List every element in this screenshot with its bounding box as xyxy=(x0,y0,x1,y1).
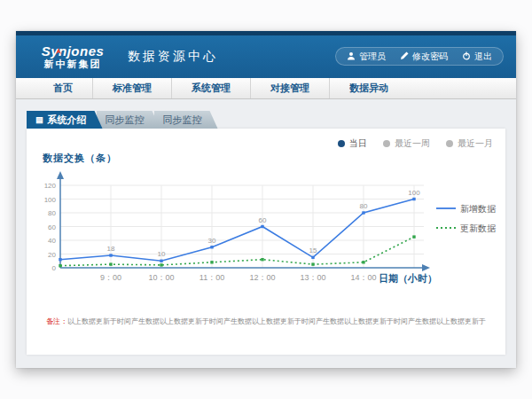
svg-text:14：00: 14：00 xyxy=(350,273,376,282)
y-axis-title: 数据交换（条） xyxy=(43,152,117,165)
radio-dot xyxy=(383,140,390,147)
svg-text:100: 100 xyxy=(408,189,420,197)
svg-text:60: 60 xyxy=(259,216,267,224)
logo-spark-icon xyxy=(55,43,62,59)
tab-bar: ▤系统介绍同步监控同步监控 xyxy=(27,111,212,129)
tab-0[interactable]: ▤系统介绍 xyxy=(27,111,103,129)
time-range-option-2[interactable]: 最近一月 xyxy=(446,137,493,150)
radio-label: 当日 xyxy=(349,137,367,150)
user-action-2[interactable]: 退出 xyxy=(462,51,492,63)
person-icon xyxy=(347,51,356,62)
svg-text:10：00: 10：00 xyxy=(148,273,174,282)
page-title: 数据资源中心 xyxy=(128,49,218,65)
nav-item-1[interactable]: 标准管理 xyxy=(92,78,171,98)
tab-1[interactable]: 同步监控 xyxy=(97,111,160,129)
user-action-1[interactable]: 修改密码 xyxy=(400,51,448,63)
app-window: Synjones 新中新集团 数据资源中心 管理员修改密码退出 首页标准管理系统… xyxy=(16,31,516,368)
tab-label: 同步监控 xyxy=(106,113,145,127)
radio-label: 最近一月 xyxy=(458,137,493,150)
nav-item-4[interactable]: 数据异动 xyxy=(329,78,408,98)
screen: Synjones 新中新集团 数据资源中心 管理员修改密码退出 首页标准管理系统… xyxy=(0,0,532,399)
user-action-label: 修改密码 xyxy=(412,51,448,63)
time-range-option-1[interactable]: 最近一周 xyxy=(383,137,430,150)
radio-label: 最近一周 xyxy=(395,137,430,150)
svg-text:15: 15 xyxy=(309,246,317,254)
edit-icon xyxy=(400,51,409,62)
radio-dot xyxy=(446,140,453,147)
main-nav: 首页标准管理系统管理对接管理数据异动 xyxy=(16,78,516,99)
logo-chinese-name: 新中新集团 xyxy=(30,59,115,70)
nav-item-3[interactable]: 对接管理 xyxy=(250,78,329,98)
svg-text:9：00: 9：00 xyxy=(100,273,121,282)
power-icon xyxy=(462,51,471,62)
chart-panel: 当日最近一周最近一月 数据交换（条） 020406080100120181030… xyxy=(27,129,505,355)
document-icon: ▤ xyxy=(35,116,43,124)
time-range-option-0[interactable]: 当日 xyxy=(338,137,367,150)
svg-text:新增数据: 新增数据 xyxy=(460,204,497,214)
svg-text:更新数据: 更新数据 xyxy=(460,223,497,233)
svg-text:40: 40 xyxy=(48,237,56,245)
radio-dot xyxy=(338,140,345,147)
tab-2[interactable]: 同步监控 xyxy=(154,111,218,129)
tab-label: 系统介绍 xyxy=(48,113,87,127)
footer-note: 备注：以上数据更新于时间产生数据以上数据更新于时间产生数据以上数据更新于时间产生… xyxy=(27,317,505,326)
svg-text:10: 10 xyxy=(158,250,166,258)
svg-text:日期（小时）: 日期（小时） xyxy=(379,273,437,285)
svg-text:12：00: 12：00 xyxy=(249,273,275,282)
nav-item-2[interactable]: 系统管理 xyxy=(171,78,250,98)
user-action-label: 管理员 xyxy=(359,51,386,63)
time-range-filter: 当日最近一周最近一月 xyxy=(338,137,493,150)
user-action-0[interactable]: 管理员 xyxy=(347,51,386,63)
user-toolbar: 管理员修改密码退出 xyxy=(335,47,504,66)
svg-text:20: 20 xyxy=(48,251,56,259)
nav-item-0[interactable]: 首页 xyxy=(34,78,92,98)
footer-note-text: 以上数据更新于时间产生数据以上数据更新于时间产生数据以上数据更新于时间产生数据以… xyxy=(67,317,486,325)
svg-text:30: 30 xyxy=(208,237,216,245)
svg-text:11：00: 11：00 xyxy=(200,273,224,282)
svg-text:18: 18 xyxy=(107,245,115,253)
svg-text:80: 80 xyxy=(48,209,56,217)
line-chart: 0204060801001201810306015801009：0010：001… xyxy=(27,168,505,301)
svg-text:100: 100 xyxy=(44,196,57,204)
svg-text:13：00: 13：00 xyxy=(300,273,325,282)
svg-text:0: 0 xyxy=(52,264,57,272)
svg-text:120: 120 xyxy=(44,182,57,190)
app-header: Synjones 新中新集团 数据资源中心 管理员修改密码退出 xyxy=(16,35,516,78)
tab-label: 同步监控 xyxy=(163,113,202,127)
user-action-label: 退出 xyxy=(474,51,492,63)
svg-text:80: 80 xyxy=(360,202,368,210)
company-logo[interactable]: Synjones 新中新集团 xyxy=(30,43,115,70)
footer-note-prefix: 备注： xyxy=(46,317,67,325)
svg-text:60: 60 xyxy=(48,223,56,231)
content-area: ▤系统介绍同步监控同步监控 当日最近一周最近一月 数据交换（条） 0204060… xyxy=(16,99,516,368)
logo-name: Synjones xyxy=(30,43,115,59)
